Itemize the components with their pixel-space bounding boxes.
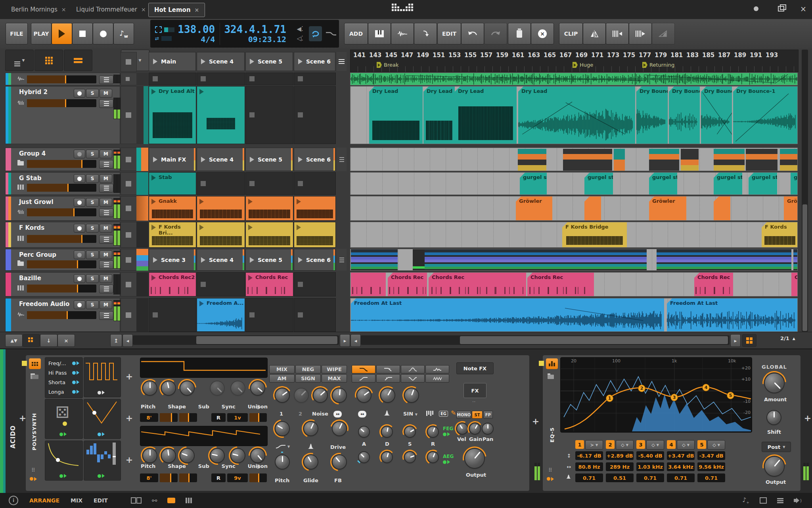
redo-button[interactable]	[484, 23, 507, 44]
group-clip[interactable]	[413, 249, 425, 270]
osc2-shape-knob[interactable]	[162, 449, 175, 462]
arranger-clip[interactable]: Dry Bounce	[636, 87, 668, 144]
launcher-clip[interactable]	[294, 222, 336, 248]
arrange-layout-button[interactable]: ARRANGE	[29, 497, 59, 504]
automation-follow-button[interactable]	[325, 31, 339, 37]
launcher-clip[interactable]	[245, 196, 293, 221]
group-clip[interactable]	[746, 149, 778, 170]
group-clip[interactable]	[425, 249, 647, 270]
band-gain-value[interactable]: -5.40 dB	[636, 451, 664, 460]
project-tab[interactable]: Liquid Trommelfeuer ×	[71, 3, 151, 16]
clip-slot[interactable]	[294, 298, 336, 332]
arranger-clip[interactable]: Dry Bounce-1	[733, 87, 798, 144]
track-header[interactable]	[5, 73, 120, 85]
add-device-button[interactable]: +	[530, 416, 541, 426]
filter-lowpass-icon[interactable]	[352, 365, 375, 373]
mute-button[interactable]: M	[100, 150, 112, 158]
add-modulator-button[interactable]: +	[124, 454, 134, 465]
arranger-lane[interactable]: Dry Lead Dry Lead Dry Lead Dry Lead Dry …	[350, 86, 798, 144]
play-menu-button[interactable]: PLAY	[31, 23, 52, 44]
filter-curve-icon[interactable]	[276, 444, 286, 449]
glide-knob[interactable]	[304, 455, 318, 469]
arranger-clip[interactable]: Gröwler	[649, 196, 686, 220]
drag-handle-icon[interactable]: ⠿	[548, 467, 552, 473]
modulator-slot[interactable]: Shorta	[45, 377, 82, 387]
record-arm-button[interactable]	[74, 198, 85, 207]
clip-launcher-toggle-button[interactable]	[34, 50, 63, 71]
launcher-scrollbar[interactable]	[133, 335, 339, 345]
group-clip[interactable]	[351, 249, 398, 270]
filter-comb-icon[interactable]	[425, 374, 449, 383]
fb-knob[interactable]	[333, 455, 346, 469]
solo-button[interactable]: S	[86, 174, 99, 183]
arranger-cue-marker[interactable]: Returning	[642, 62, 674, 68]
volume-fader[interactable]	[27, 208, 96, 216]
noise-knob[interactable]	[314, 389, 327, 402]
aeg-sustain-knob[interactable]	[405, 452, 415, 462]
arranger-toggle-button[interactable]	[64, 50, 92, 71]
record-arm-button[interactable]	[74, 174, 85, 183]
launcher-scroll-left[interactable]: ◂	[123, 334, 133, 347]
track-header[interactable]: F Kords S M	[5, 222, 120, 248]
mod-route-icon[interactable]	[59, 474, 67, 478]
clip-slot[interactable]	[197, 272, 245, 296]
arranger-clip[interactable]: Dry Bounce	[701, 87, 732, 144]
fp-button[interactable]: FP	[483, 411, 493, 419]
arranger-clip[interactable]: gurgel stal	[649, 173, 677, 194]
group-clip[interactable]	[563, 149, 612, 170]
solo-button[interactable]: S	[86, 150, 99, 158]
clip-slot[interactable]	[149, 73, 196, 85]
clip-slot[interactable]	[245, 172, 293, 195]
filter-shape-grid[interactable]	[352, 365, 449, 383]
osc1-mix-knob[interactable]	[276, 389, 289, 402]
launcher-clip[interactable]	[197, 86, 245, 144]
arranger-clip[interactable]: Dry Lead	[423, 87, 455, 144]
info-icon[interactable]: i	[9, 496, 18, 505]
osc1-level[interactable]	[160, 413, 178, 422]
filter-lowpass4-icon[interactable]	[376, 365, 400, 373]
osc1-sub-level[interactable]	[179, 413, 197, 422]
filter-notch-icon[interactable]	[401, 374, 425, 383]
band-q-value[interactable]: 0.71	[575, 473, 603, 482]
amount-knob[interactable]	[765, 373, 784, 393]
track-menu-button[interactable]	[99, 160, 113, 169]
edit-layout-button[interactable]: EDIT	[94, 497, 108, 504]
fx-chain-box[interactable]: FX	[463, 383, 486, 398]
clip-slot[interactable]	[294, 86, 336, 144]
file-menu-button[interactable]: FILE	[6, 23, 28, 44]
scene-launch-button[interactable]: Scene 5	[245, 52, 293, 71]
launcher-grid-button[interactable]	[23, 334, 40, 347]
clip-slot[interactable]	[149, 298, 196, 332]
band-number-button[interactable]: 5	[697, 440, 706, 449]
osc1-wave-display[interactable]	[140, 358, 268, 378]
dual-display-icon[interactable]	[131, 497, 142, 504]
band-shape-dropdown[interactable]: ◇▼	[616, 440, 634, 450]
band-number-button[interactable]: 4	[667, 440, 676, 449]
edit-pencil-icon[interactable]: ✎	[451, 409, 456, 417]
preset-folder-icon[interactable]	[31, 374, 38, 380]
mono-button[interactable]: MONO	[456, 411, 471, 419]
solo-button[interactable]: S	[86, 198, 99, 207]
modulator-macro-list[interactable]: Freq/...Hi PassShortaLonga	[45, 357, 83, 398]
device-polysynth[interactable]: POLYSYNTH ⠿ Freq/...Hi PassShortaLonga ⚄	[25, 355, 530, 491]
stop-all-clips-button[interactable]	[121, 52, 137, 72]
io-panel-icon[interactable]	[777, 498, 783, 503]
feg-attack-knob[interactable]	[359, 427, 369, 437]
arranger-vertical-scrollbar[interactable]	[802, 50, 808, 332]
mix-mode-button[interactable]: WIPE	[322, 365, 347, 373]
mute-button[interactable]: M	[100, 224, 112, 233]
zoom-page-indicator[interactable]: 2/1▲	[780, 335, 795, 341]
drag-handle-icon[interactable]: ⠿	[31, 467, 36, 473]
band-q-value[interactable]: 0.51	[606, 473, 634, 482]
volume-fader[interactable]	[27, 75, 96, 83]
track-header[interactable]: Perc Group S M	[5, 249, 120, 271]
mute-button[interactable]: M	[100, 89, 112, 98]
arranger-cue-marker[interactable]: Break	[377, 62, 398, 68]
osc2-level[interactable]	[160, 473, 178, 482]
eq-band-handle[interactable]: 4	[702, 384, 710, 391]
stop-clip-button[interactable]	[121, 222, 137, 248]
track-header[interactable]: Bazille S M	[5, 272, 120, 296]
reverse-clip-button[interactable]	[583, 23, 606, 44]
group-clip[interactable]	[780, 149, 797, 170]
arranger-clip[interactable]: Gröwler	[516, 196, 552, 220]
